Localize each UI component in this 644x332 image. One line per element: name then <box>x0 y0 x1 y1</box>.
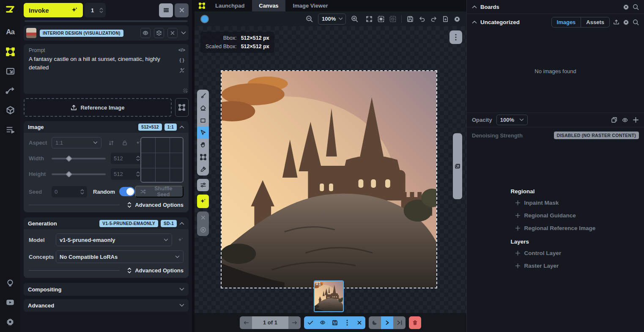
resize-handle[interactable] <box>183 88 187 93</box>
batch-count-stepper[interactable]: 1 <box>85 3 106 17</box>
compositing-section-header[interactable]: Compositing <box>24 283 189 296</box>
auto-switch-latest-button[interactable] <box>393 316 406 329</box>
add-raster-layer[interactable]: Raster Layer <box>511 259 600 272</box>
stepper-arrows-icon[interactable] <box>136 156 140 161</box>
tab-upscaling[interactable] <box>5 66 15 76</box>
reference-image-bbox-button[interactable] <box>175 98 189 117</box>
view-template-button[interactable] <box>140 28 151 38</box>
shuffle-seed-button[interactable]: Shuffle Seed <box>135 186 184 198</box>
chevron-up-icon[interactable] <box>179 222 184 225</box>
bbox-tool[interactable] <box>197 151 209 163</box>
add-layer-plus-icon[interactable] <box>633 117 639 123</box>
canvas-settings-gear-icon[interactable] <box>454 16 460 22</box>
queue-menu-button[interactable] <box>159 3 173 17</box>
support-icon[interactable] <box>5 278 15 288</box>
accept-button[interactable] <box>304 316 316 329</box>
tool-settings-button[interactable] <box>197 179 209 191</box>
zoom-in-icon[interactable] <box>351 15 358 22</box>
generated-image[interactable] <box>221 70 437 288</box>
gallery-settings-gear-icon[interactable] <box>623 19 629 25</box>
delete-staging-button[interactable] <box>409 316 421 329</box>
gallery-drawer-handle[interactable] <box>453 133 462 199</box>
generation-advanced-options[interactable]: Advanced Options <box>29 267 184 274</box>
pull-bbox-icon[interactable] <box>613 19 619 25</box>
save-canvas-icon[interactable] <box>407 16 414 22</box>
cancel-all-button[interactable] <box>197 224 209 236</box>
tab-image-viewer[interactable]: Image Viewer <box>286 0 335 11</box>
braces-icon[interactable]: { } <box>179 58 184 63</box>
tab-canvas[interactable] <box>5 47 15 57</box>
duplicate-layer-icon[interactable] <box>611 117 617 123</box>
chevron-up-icon[interactable] <box>472 20 477 24</box>
boards-settings-gear-icon[interactable] <box>623 4 629 10</box>
concepts-select[interactable]: No Compatible LoRAs <box>56 250 184 263</box>
flatten-template-button[interactable] <box>154 28 164 38</box>
generation-section-header[interactable]: Generation V1-5-PRUNED-EMAONLY SD-1 <box>24 217 189 229</box>
stepper-arrows-icon[interactable] <box>136 171 140 177</box>
width-input[interactable]: 512 <box>111 153 143 164</box>
layer-visibility-eye-icon[interactable] <box>622 117 628 123</box>
show-hide-button[interactable] <box>316 316 329 329</box>
rect-tool[interactable] <box>197 114 209 126</box>
discard-button[interactable] <box>353 316 365 329</box>
hand-tool[interactable] <box>197 139 209 151</box>
tab-launchpad[interactable]: Launchpad <box>208 0 251 11</box>
height-input[interactable]: 512 <box>111 168 143 180</box>
chevron-down-icon[interactable] <box>181 31 186 35</box>
height-slider-handle[interactable] <box>66 171 72 178</box>
add-regional-reference-image[interactable]: Regional Reference Image <box>511 222 600 234</box>
eraser-tool[interactable] <box>197 102 209 114</box>
staging-menu-button[interactable] <box>341 316 353 329</box>
auto-switch-next-button[interactable] <box>381 316 393 329</box>
swap-dimensions-icon[interactable] <box>108 140 114 146</box>
tab-workflows[interactable] <box>5 85 15 96</box>
tab-queue[interactable] <box>5 124 15 134</box>
save-to-gallery-button[interactable] <box>329 316 341 329</box>
boards-search-icon[interactable] <box>633 4 639 10</box>
width-slider-handle[interactable] <box>66 155 72 162</box>
cancel-staging-button[interactable] <box>197 211 209 224</box>
image-advanced-options[interactable]: Advanced Options <box>29 202 184 208</box>
fit-bbox-icon[interactable] <box>378 16 384 22</box>
height-slider[interactable] <box>52 173 106 175</box>
tab-generate-text[interactable]: Aa <box>5 27 15 37</box>
fit-to-view-icon[interactable] <box>366 16 373 22</box>
new-generation-button[interactable] <box>197 195 209 208</box>
prompt-template-row[interactable]: INTERIOR DESIGN (VISUALIZATION) <box>24 25 189 41</box>
cancel-queue-button[interactable] <box>175 3 189 17</box>
stepper-arrows-icon[interactable] <box>80 189 84 195</box>
add-inpaint-mask[interactable]: Inpaint Mask <box>511 196 600 209</box>
boards-header[interactable]: Boards <box>467 0 644 14</box>
chevron-up-icon[interactable] <box>179 125 184 129</box>
redo-icon[interactable] <box>430 16 437 22</box>
video-tutorials-icon[interactable] <box>5 297 15 307</box>
canvas-menu-button[interactable] <box>449 30 462 44</box>
add-control-layer[interactable]: Control Layer <box>511 247 600 259</box>
plus-minus-icon[interactable] <box>179 68 185 73</box>
reference-image-dropzone[interactable]: Reference Image <box>24 98 172 117</box>
color-swatch[interactable] <box>200 15 209 23</box>
model-sparkle-icon[interactable] <box>177 237 184 243</box>
stepper-arrows-icon[interactable] <box>99 8 103 13</box>
new-canvas-icon[interactable] <box>442 16 449 22</box>
advanced-section-header[interactable]: Advanced <box>24 299 189 312</box>
eyedropper-tool[interactable] <box>197 163 209 176</box>
add-regional-guidance[interactable]: Regional Guidance <box>511 209 600 222</box>
chevron-up-icon[interactable] <box>472 5 477 8</box>
brush-tool[interactable] <box>197 90 209 102</box>
zoom-level-select[interactable]: 100% <box>318 14 346 25</box>
move-tool[interactable] <box>197 126 209 139</box>
prompt-field[interactable]: Prompt A fantasy castle on a hill at sun… <box>24 44 189 94</box>
clear-template-button[interactable] <box>167 28 178 38</box>
embedding-code-icon[interactable]: </> <box>178 47 185 52</box>
invoke-button[interactable]: Invoke <box>24 3 83 17</box>
staging-thumbnail[interactable]: #1 <box>314 280 344 312</box>
gallery-search-icon[interactable] <box>633 19 639 25</box>
tab-canvas-view[interactable]: Canvas <box>252 0 285 11</box>
tab-models[interactable] <box>5 105 15 115</box>
prev-image-button[interactable] <box>240 316 252 329</box>
images-tab[interactable]: Images <box>552 17 581 27</box>
auto-switch-off-button[interactable] <box>369 316 381 329</box>
image-section-header[interactable]: Image 512×512 1:1 <box>24 121 189 133</box>
next-image-button[interactable] <box>288 316 301 329</box>
